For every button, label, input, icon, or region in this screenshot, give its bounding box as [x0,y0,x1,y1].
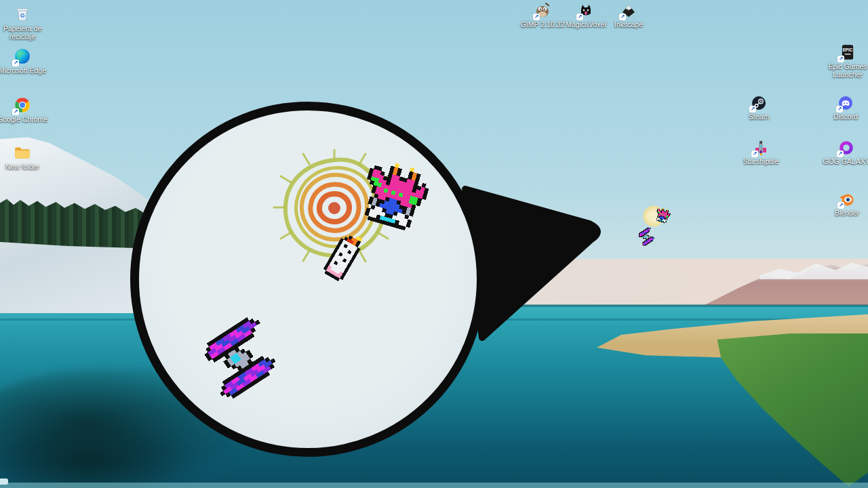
shortcut-arrow-badge: ↗ [837,56,844,62]
desktop-icon-starshipdle[interactable]: ↗ Starshipdle [735,140,787,165]
icon-label: Inkscape [614,20,643,28]
shortcut-arrow-badge: ↗ [836,106,843,113]
shortcut-arrow-badge: ↗ [12,60,19,66]
icon-label: Microsoft Edge [0,66,46,75]
desktop-icon-google-chrome[interactable]: ↗ Google Chrome [0,96,48,123]
magnifier-circle [130,102,486,457]
wallpaper-reflection [0,420,190,488]
epic-games-icon: EPIC ↗ [839,43,856,61]
steam-icon: ↗ [751,95,767,111]
desktop-icon-microsoft-edge[interactable]: ↗ Microsoft Edge [0,47,48,75]
desktop-icon-discord[interactable]: ↗ Discord [820,95,868,121]
magicavoxel-icon: ↗ [578,3,594,19]
svg-text:♻: ♻ [20,12,25,19]
icon-label: Starshipdle [743,157,779,165]
icon-label: Papelera de reciclaje [0,24,48,41]
desktop-icon-recycle-bin[interactable]: ♻ Papelera de reciclaje [0,5,48,41]
wallpaper-bottom-glow [0,483,868,488]
gimp-icon: ↗ [534,3,551,19]
shortcut-arrow-badge: ↗ [751,150,758,157]
icon-label: GIMP 2.10.32 [521,20,565,28]
desktop-icon-new-folder[interactable]: New folder [0,144,48,171]
desktop-icon-epic-games-launcher[interactable]: EPIC ↗ Epic Games Launcher [822,43,868,79]
bottom-left-artifact [0,479,8,485]
icon-label: MagicaVoxel [566,20,606,28]
desktop-icon-gog-galaxy[interactable]: ↗ GOG GALAXY [821,140,868,165]
shortcut-arrow-badge: ↗ [837,202,844,209]
icon-label: Google Chrome [0,115,47,123]
folder-icon [14,144,31,161]
google-chrome-icon: ↗ [14,96,31,114]
epic-logo-text: EPIC [843,47,853,52]
icon-label: Blender [835,209,859,217]
shortcut-arrow-badge: ↗ [576,14,583,20]
starshipdle-icon: ↗ [753,140,769,156]
shortcut-arrow-badge: ↗ [619,14,626,20]
desktop: ♻ Papelera de reciclaje ↗ Microsoft Edge… [0,0,868,488]
recycle-bin-icon: ♻ [14,5,31,23]
discord-icon: ↗ [837,95,854,111]
icon-label: Discord [833,113,858,121]
desktop-icon-blender[interactable]: ↗ Blender [821,191,868,217]
icon-label: Epic Games Launcher [822,62,868,79]
icon-label: GOG GALAXY [823,157,868,165]
desktop-icon-inkscape[interactable]: ↗ Inkscape [603,3,654,28]
inkscape-icon: ↗ [620,3,637,19]
microsoft-edge-icon: ↗ [14,47,31,65]
shortcut-arrow-badge: ↗ [749,106,756,113]
blender-icon: ↗ [839,191,855,207]
desktop-icon-steam[interactable]: ↗ Steam [733,95,785,121]
icon-label: New folder [5,163,39,171]
icon-label: Steam [749,113,769,121]
shortcut-arrow-badge: ↗ [837,150,844,157]
shortcut-arrow-badge: ↗ [533,14,540,20]
gog-galaxy-icon: ↗ [838,140,854,156]
shortcut-arrow-badge: ↗ [12,108,19,115]
